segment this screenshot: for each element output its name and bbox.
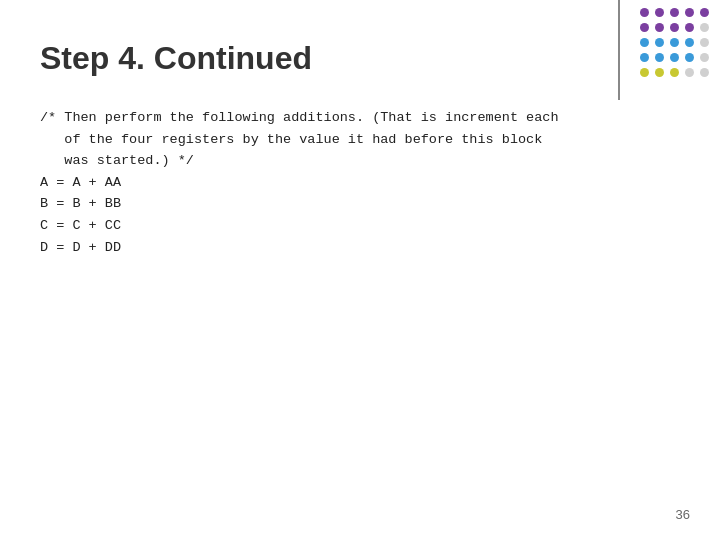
decorative-dot	[670, 23, 679, 32]
decorative-dot-grid	[640, 8, 712, 80]
page-number: 36	[676, 507, 690, 522]
decorative-dot	[685, 68, 694, 77]
decorative-dot	[640, 38, 649, 47]
decorative-dot	[670, 53, 679, 62]
slide: Step 4. Continued /* Then perform the fo…	[0, 0, 720, 540]
decorative-dot	[655, 68, 664, 77]
decorative-dot	[640, 68, 649, 77]
decorative-dot	[670, 38, 679, 47]
code-content: /* Then perform the following additions.…	[40, 107, 680, 258]
decorative-dot	[670, 8, 679, 17]
decorative-dot	[655, 53, 664, 62]
decorative-dot	[685, 8, 694, 17]
decorative-dot	[700, 68, 709, 77]
decorative-dot	[700, 38, 709, 47]
decorative-dot	[685, 53, 694, 62]
decorative-dot	[700, 23, 709, 32]
slide-title: Step 4. Continued	[40, 40, 680, 77]
decorative-dot	[685, 38, 694, 47]
decorative-dot	[700, 8, 709, 17]
decorative-dot	[700, 53, 709, 62]
decorative-dot	[640, 53, 649, 62]
decorative-divider	[618, 0, 620, 100]
decorative-dot	[685, 23, 694, 32]
decorative-dot	[640, 8, 649, 17]
decorative-dot	[655, 8, 664, 17]
decorative-dot	[640, 23, 649, 32]
decorative-dot	[670, 68, 679, 77]
decorative-dot	[655, 23, 664, 32]
decorative-dot	[655, 38, 664, 47]
